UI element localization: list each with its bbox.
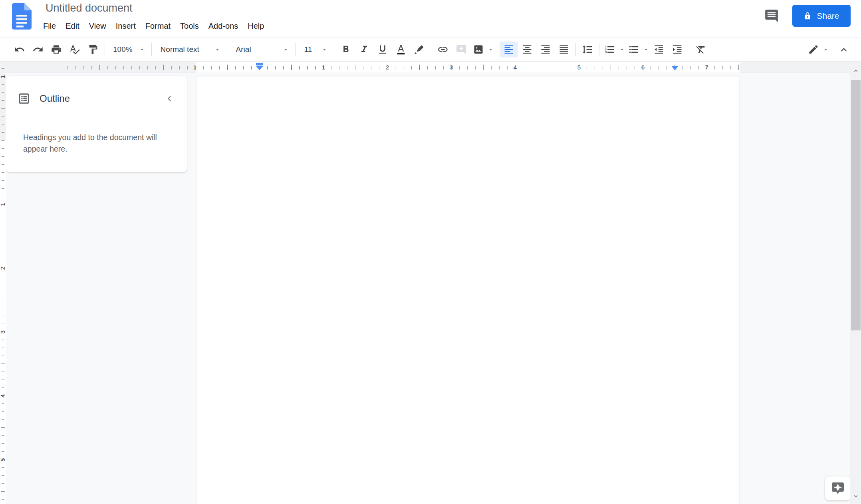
toolbar-separator: [497, 43, 497, 56]
italic-button[interactable]: [355, 42, 373, 57]
lock-icon: [803, 12, 811, 20]
outline-empty-hint: Headings you add to the document will ap…: [23, 132, 180, 155]
horizontal-ruler[interactable]: 1 1 2 3 4 5 6 7: [0, 62, 851, 73]
bold-button[interactable]: [337, 42, 355, 57]
ruler-number: 3: [447, 62, 455, 73]
hide-menus-button[interactable]: [835, 42, 853, 57]
toolbar-separator: [599, 43, 599, 56]
right-indent-marker[interactable]: [671, 65, 679, 73]
toolbar-separator: [431, 43, 431, 56]
bulleted-list-icon: [628, 44, 639, 55]
font-size-select[interactable]: 11: [298, 42, 332, 57]
underline-button[interactable]: [373, 42, 392, 57]
bulleted-list-menu-button[interactable]: [642, 42, 650, 57]
editing-mode-menu-button[interactable]: [821, 42, 829, 57]
caret-down-icon: [619, 47, 625, 53]
ruler-number: 7: [703, 62, 711, 73]
print-button[interactable]: [47, 42, 65, 57]
vertical-ruler[interactable]: 1 1 2 3 4 5: [0, 62, 6, 504]
close-outline-button[interactable]: [165, 93, 175, 104]
scrollbar-thumb[interactable]: [851, 80, 861, 330]
outline-icon: [18, 92, 30, 105]
insert-image-button[interactable]: [470, 42, 486, 57]
app-header: Untitled document File Edit View Insert …: [0, 0, 861, 37]
paint-format-icon: [87, 44, 99, 55]
zoom-select[interactable]: 100%: [107, 42, 149, 57]
undo-button[interactable]: [10, 42, 29, 57]
font-family-select[interactable]: Arial: [230, 42, 293, 57]
menu-file[interactable]: File: [38, 19, 61, 33]
undo-icon: [14, 44, 25, 55]
editing-mode-button[interactable]: [805, 42, 821, 57]
numbered-list-menu-button[interactable]: [618, 42, 626, 57]
menu-format[interactable]: Format: [141, 19, 175, 33]
menu-tools[interactable]: Tools: [175, 19, 204, 33]
explore-button[interactable]: [825, 476, 851, 500]
insert-link-button[interactable]: [434, 42, 452, 57]
menu-help[interactable]: Help: [243, 19, 269, 33]
scroll-down-button[interactable]: [850, 491, 861, 502]
align-left-button[interactable]: [500, 42, 518, 57]
document-page[interactable]: [196, 77, 740, 504]
decrease-indent-button[interactable]: [650, 42, 668, 57]
ruler-half-inch-ticks: [64, 65, 740, 70]
menu-insert[interactable]: Insert: [111, 19, 141, 33]
menu-edit[interactable]: Edit: [61, 19, 84, 33]
document-title[interactable]: Untitled document: [46, 2, 133, 14]
paragraph-style-value: Normal text: [161, 45, 199, 54]
spellcheck-button[interactable]: [65, 42, 84, 57]
menu-addons[interactable]: Add-ons: [204, 19, 243, 33]
zoom-value: 100%: [113, 45, 133, 54]
toolbar-separator: [832, 43, 832, 56]
docs-logo-icon: [12, 3, 32, 30]
vertical-scrollbar[interactable]: [850, 62, 861, 504]
align-justify-button[interactable]: [555, 42, 573, 57]
highlight-color-button[interactable]: [410, 42, 429, 57]
left-indent-marker-icon: [255, 63, 264, 71]
align-right-button[interactable]: [536, 42, 555, 57]
insert-link-icon: [437, 44, 448, 55]
line-spacing-button[interactable]: [578, 42, 597, 57]
outline-divider: [6, 121, 187, 121]
line-spacing-icon: [582, 44, 593, 55]
docs-logo[interactable]: [12, 3, 32, 30]
ruler-number: 5: [575, 62, 583, 73]
bold-icon: [340, 44, 351, 55]
text-color-button[interactable]: [392, 42, 410, 57]
insert-image-menu-button[interactable]: [486, 42, 494, 57]
print-icon: [51, 44, 62, 55]
chevron-left-icon: [165, 93, 175, 104]
bulleted-list-button[interactable]: [626, 42, 642, 57]
caret-down-icon: [643, 47, 649, 53]
left-indent-marker[interactable]: [255, 63, 264, 73]
spellcheck-icon: [69, 44, 80, 55]
menu-view[interactable]: View: [84, 19, 111, 33]
caret-down-icon: [321, 47, 327, 53]
redo-button[interactable]: [29, 42, 47, 57]
increase-indent-button[interactable]: [668, 42, 686, 57]
bulleted-list-group: [626, 42, 650, 57]
outline-panel: Outline Headings you add to the document…: [6, 76, 187, 172]
editing-mode-group: [805, 42, 829, 57]
chevron-up-icon: [852, 67, 859, 74]
clear-formatting-button[interactable]: [692, 42, 710, 57]
ruler-number: 4: [0, 392, 7, 400]
add-comment-button[interactable]: [452, 42, 470, 57]
align-center-button[interactable]: [518, 42, 536, 57]
paragraph-style-select[interactable]: Normal text: [154, 42, 224, 57]
paint-format-button[interactable]: [84, 42, 102, 57]
ruler-ticks: [64, 62, 740, 73]
insert-image-group: [470, 42, 494, 57]
font-family-value: Arial: [236, 45, 251, 54]
insert-image-icon: [473, 44, 484, 55]
open-comment-history-button[interactable]: [761, 6, 782, 26]
toolbar-separator: [151, 43, 152, 56]
share-button[interactable]: Share: [792, 5, 851, 27]
scroll-up-button[interactable]: [850, 65, 861, 76]
menu-bar: File Edit View Insert Format Tools Add-o…: [38, 19, 269, 33]
chevron-down-icon: [852, 493, 859, 500]
numbered-list-button[interactable]: [602, 42, 618, 57]
align-justify-icon: [558, 44, 569, 55]
numbered-list-group: [602, 42, 626, 57]
ruler-number: 3: [0, 328, 7, 336]
